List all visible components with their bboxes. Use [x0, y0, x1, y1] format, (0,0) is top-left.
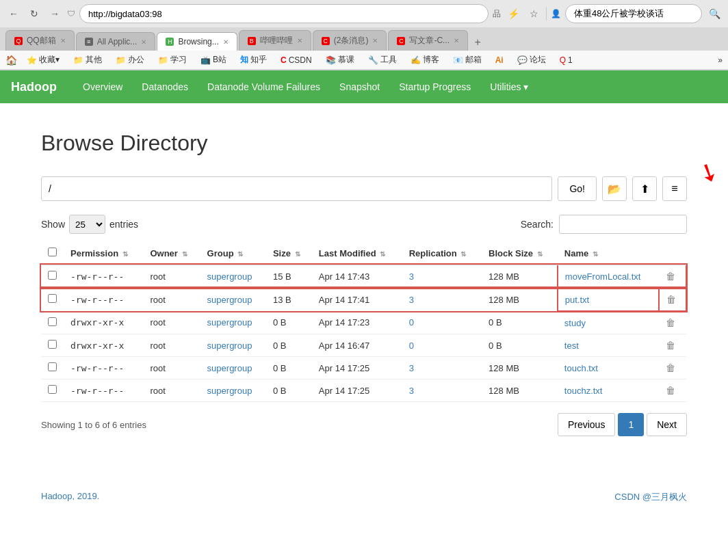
row-group[interactable]: supergroup — [200, 334, 266, 357]
row-delete[interactable]: 🗑 — [659, 357, 686, 379]
row-replication[interactable]: 0 — [402, 334, 482, 357]
row-name[interactable]: moveFromLocal.txt — [558, 265, 659, 288]
tab-close-qq[interactable]: ✕ — [60, 37, 66, 44]
bookmark-star-button[interactable]: ☆ — [525, 5, 542, 22]
bookmark-ai[interactable]: Ai — [491, 54, 508, 66]
row-delete[interactable]: 🗑 — [659, 288, 686, 311]
row-delete[interactable]: 🗑 — [659, 265, 686, 288]
row-delete[interactable]: 🗑 — [659, 311, 686, 334]
row-delete[interactable]: 🗑 — [659, 334, 686, 357]
row-name[interactable]: test — [558, 334, 659, 357]
tab-allapps[interactable]: ≡ All Applic... ✕ — [76, 32, 156, 51]
lightning-button[interactable]: ⚡ — [505, 5, 521, 22]
tab-qq[interactable]: Q QQ邮箱 ✕ — [5, 30, 75, 51]
delete-icon[interactable]: 🗑 — [666, 385, 675, 396]
delete-icon[interactable]: 🗑 — [666, 362, 675, 373]
new-tab-button[interactable]: + — [469, 34, 486, 51]
row-checkbox[interactable] — [41, 357, 64, 379]
next-button[interactable]: Next — [647, 413, 687, 436]
delete-icon[interactable]: 🗑 — [666, 317, 675, 328]
search-input[interactable] — [559, 215, 687, 234]
row-replication[interactable]: 3 — [402, 357, 482, 379]
bookmark-study[interactable]: 📁学习 — [154, 53, 191, 67]
header-group[interactable]: Group ⇅ — [200, 242, 266, 265]
row-replication[interactable]: 3 — [402, 265, 482, 288]
row-checkbox[interactable] — [41, 288, 64, 311]
search-button[interactable]: 🔍 — [706, 5, 723, 22]
tab-close-csdn2[interactable]: ✕ — [372, 37, 378, 44]
home-icon[interactable]: 🏠 — [5, 55, 17, 66]
upload-button[interactable]: ⬆ — [632, 176, 657, 201]
row-replication[interactable]: 3 — [402, 379, 482, 402]
delete-icon[interactable]: 🗑 — [666, 340, 675, 351]
delete-icon[interactable]: 🗑 — [666, 294, 676, 305]
row-replication[interactable]: 3 — [402, 288, 482, 311]
bookmark-forum[interactable]: 💬论坛 — [513, 53, 550, 67]
path-input[interactable] — [41, 176, 552, 201]
row-group[interactable]: supergroup — [200, 265, 266, 288]
tab-close-bilibili[interactable]: ✕ — [297, 37, 302, 44]
tab-browsing[interactable]: H Browsing... ✕ — [157, 32, 237, 51]
forward-button[interactable]: → — [47, 5, 63, 22]
nav-datanodes[interactable]: Datanodes — [132, 72, 198, 102]
bookmark-favorites[interactable]: ⭐收藏▾ — [23, 53, 64, 67]
bookmark-zhihu[interactable]: 知知乎 — [236, 53, 271, 67]
folder-icon-button[interactable]: 📂 — [602, 176, 627, 201]
select-all-checkbox[interactable] — [48, 248, 57, 256]
row-name[interactable]: touchz.txt — [558, 379, 659, 402]
tab-close-write[interactable]: ✕ — [454, 37, 459, 44]
delete-icon[interactable]: 🗑 — [666, 271, 675, 282]
bookmark-office[interactable]: 📁办公 — [112, 53, 148, 67]
page-1-button[interactable]: 1 — [618, 413, 644, 436]
row-name[interactable]: touch.txt — [558, 357, 659, 379]
row-group[interactable]: supergroup — [200, 379, 266, 402]
row-checkbox[interactable] — [41, 311, 64, 334]
row-replication[interactable]: 0 — [402, 311, 482, 334]
header-checkbox[interactable] — [41, 242, 64, 265]
header-owner[interactable]: Owner ⇅ — [143, 242, 200, 265]
row-checkbox[interactable] — [41, 334, 64, 357]
tab-bilibili[interactable]: B 哔哩哔哩 ✕ — [239, 30, 311, 51]
previous-button[interactable]: Previous — [558, 413, 615, 436]
tab-close-allapps[interactable]: ✕ — [141, 38, 146, 46]
bookmark-other[interactable]: 📁其他 — [69, 53, 106, 67]
bookmark-q1[interactable]: Q 1 — [556, 54, 577, 66]
nav-startup-progress[interactable]: Startup Progress — [389, 72, 480, 102]
header-replication[interactable]: Replication ⇅ — [402, 242, 482, 265]
entries-select[interactable]: 10 25 50 100 — [69, 215, 105, 234]
list-button[interactable]: ≡ ➘ — [662, 176, 687, 201]
bookmark-mail[interactable]: 📧邮箱 — [449, 53, 486, 67]
go-button[interactable]: Go! — [558, 176, 597, 201]
row-name[interactable]: put.txt — [558, 288, 659, 311]
url-bar[interactable] — [79, 4, 489, 23]
bookmark-tools[interactable]: 🔧工具 — [364, 53, 401, 67]
header-name[interactable]: Name ⇅ — [558, 242, 659, 265]
tab-close-browsing[interactable]: ✕ — [223, 38, 229, 46]
row-group[interactable]: supergroup — [200, 288, 266, 311]
header-permission[interactable]: Permission ⇅ — [64, 242, 143, 265]
bookmark-mooc[interactable]: 📚慕课 — [322, 53, 359, 67]
tab-favicon-bilibili: B — [248, 37, 256, 45]
row-group[interactable]: supergroup — [200, 357, 266, 379]
reload-button[interactable]: ↻ — [26, 5, 42, 22]
header-size[interactable]: Size ⇅ — [266, 242, 312, 265]
row-checkbox[interactable] — [41, 379, 64, 402]
back-button[interactable]: ← — [5, 5, 22, 22]
tab-write[interactable]: C 写文章-C... ✕ — [388, 30, 468, 51]
row-name[interactable]: study — [558, 311, 659, 334]
bookmark-bilibili[interactable]: 📺B站 — [196, 53, 231, 67]
tab-csdn2[interactable]: C (2条消息) ✕ — [313, 30, 387, 51]
nav-utilities[interactable]: Utilities ▾ — [480, 72, 538, 102]
more-bookmarks-button[interactable]: » — [718, 55, 723, 65]
bookmark-csdn[interactable]: CCSDN — [276, 54, 316, 66]
nav-snapshot[interactable]: Snapshot — [330, 72, 389, 102]
row-group[interactable]: supergroup — [200, 311, 266, 334]
nav-datanode-volume-failures[interactable]: Datanode Volume Failures — [198, 72, 330, 102]
search-bar[interactable] — [565, 4, 702, 23]
header-last-modified[interactable]: Last Modified ⇅ — [312, 242, 402, 265]
nav-overview[interactable]: Overview — [73, 72, 132, 102]
header-block-size[interactable]: Block Size ⇅ — [482, 242, 558, 265]
row-checkbox[interactable] — [41, 265, 64, 288]
bookmark-blog[interactable]: ✍博客 — [406, 53, 443, 67]
row-delete[interactable]: 🗑 — [659, 379, 686, 402]
